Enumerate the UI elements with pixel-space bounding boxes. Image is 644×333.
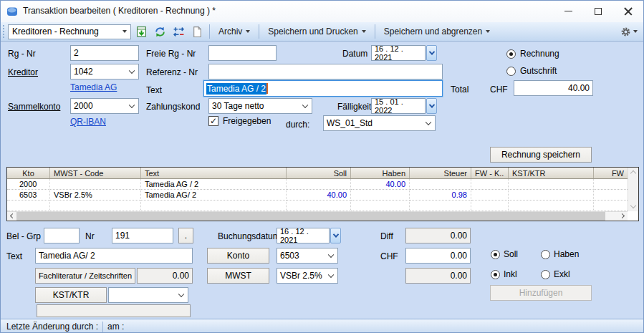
qr-iban-link[interactable]: QR-IBAN: [70, 117, 106, 127]
tax-amount-field: 0.00: [405, 268, 471, 284]
diff-value-field: 0.00: [405, 228, 471, 243]
haben-radio[interactable]: [541, 250, 550, 259]
durch-select[interactable]: WS_01_Std: [323, 115, 436, 131]
datum-label: Datum: [342, 49, 367, 59]
buchungsdatum-input[interactable]: 16 . 12 . 2021: [277, 228, 330, 243]
toolbar-grip[interactable]: [3, 25, 5, 38]
chevron-down-icon: [633, 30, 638, 33]
maximize-button[interactable]: [583, 1, 613, 21]
chevron-down-icon: [178, 291, 184, 297]
save-and-print-label: Speichern und Drucken: [268, 26, 357, 37]
hinzufuegen-button[interactable]: Hinzufügen: [490, 285, 592, 301]
kst-ktr-select[interactable]: [108, 287, 188, 303]
col-text[interactable]: Text: [141, 168, 287, 178]
transaction-type-combobox[interactable]: Kreditoren - Rechnung: [8, 24, 131, 39]
freigegeben-label: Freigegeben: [223, 116, 271, 126]
kst-ktr-button[interactable]: KST/KTR: [35, 287, 107, 303]
faelligkeit-input[interactable]: 15 . 01 . 2022: [371, 98, 426, 114]
table-row[interactable]: 2000 Tamedia AG / 2 40.00: [7, 179, 638, 190]
col-fw-k[interactable]: FW - K..: [471, 168, 509, 178]
faelligkeit-label: Fälligkeit: [337, 102, 371, 112]
nr-input[interactable]: 191: [112, 228, 173, 243]
sammelkonto-select[interactable]: 2000: [70, 98, 139, 114]
konto-select[interactable]: 6503: [277, 248, 338, 264]
archiv-menu-button[interactable]: Archiv: [213, 24, 255, 39]
status-bar: Letzte Änderung durch : am :: [1, 319, 643, 333]
new-document-button[interactable]: [188, 24, 206, 39]
datum-calendar-button[interactable]: [426, 45, 437, 61]
chevron-down-icon: [328, 252, 334, 258]
text-bottom-input[interactable]: Tamedia AG/ 2: [35, 248, 193, 264]
gutschrift-radio[interactable]: [506, 67, 516, 76]
minimize-button[interactable]: [553, 1, 583, 21]
kreditor-name-link[interactable]: Tamedia AG: [70, 82, 117, 92]
col-soll[interactable]: Soll: [287, 168, 351, 178]
inkl-radio[interactable]: [491, 270, 500, 279]
dot-button[interactable]: .: [178, 228, 193, 243]
freie-rg-nr-input[interactable]: [208, 45, 277, 61]
refresh-button[interactable]: [151, 24, 168, 39]
text-cursor: [266, 83, 268, 94]
zahlungskond-select[interactable]: 30 Tage netto: [208, 98, 312, 114]
col-kto[interactable]: Kto: [7, 168, 50, 178]
toolbar-separator: [259, 24, 259, 39]
rg-nr-input[interactable]: 2: [70, 45, 139, 61]
table-horizontal-scrollbar[interactable]: [7, 211, 628, 221]
faelligkeit-calendar-button[interactable]: [426, 98, 437, 114]
close-button[interactable]: [613, 1, 643, 21]
account-amount-field: 0.00: [137, 268, 193, 284]
chevron-down-icon: [328, 272, 334, 278]
save-and-print-menu-button[interactable]: Speichern und Drucken: [263, 24, 370, 39]
freigegeben-checkbox[interactable]: ✓: [208, 116, 218, 126]
chevron-down-icon: [302, 102, 308, 108]
freie-rg-nr-label: Freie Rg - Nr: [146, 49, 196, 59]
durch-label: durch:: [286, 120, 309, 130]
chevron-down-icon: [428, 102, 434, 107]
rechnung-speichern-button[interactable]: Rechnung speichern: [490, 147, 592, 163]
transaction-type-value: Kreditoren - Rechnung: [12, 26, 99, 37]
table-row[interactable]: 6503 VSBr 2.5% Tamedia AG/ 2 40.00 0.98: [7, 190, 638, 201]
chf-label: CHF: [380, 251, 398, 261]
haben-radio-label: Haben: [554, 249, 579, 259]
scroll-left-icon: [10, 213, 15, 218]
kreditor-select[interactable]: 1042: [70, 64, 139, 79]
col-steuer[interactable]: Steuer: [410, 168, 471, 178]
rg-nr-label: Rg - Nr: [8, 49, 36, 59]
total-input[interactable]: 40.00: [514, 80, 593, 96]
col-haben[interactable]: Haben: [351, 168, 410, 178]
table-vertical-scrollbar[interactable]: [628, 168, 638, 211]
new-document-icon: [191, 26, 203, 38]
import-button[interactable]: [133, 24, 150, 39]
referenz-nr-input[interactable]: [208, 64, 443, 79]
mwst-select[interactable]: VSBr 2.5%: [277, 268, 338, 284]
scroll-down-icon: [630, 203, 636, 208]
text-input[interactable]: Tamedia AG / 2: [203, 80, 443, 97]
chevron-down-icon: [129, 68, 135, 74]
refresh-icon: [154, 26, 166, 38]
chf-amount-input[interactable]: 0.00: [405, 248, 471, 264]
exkl-radio[interactable]: [541, 270, 550, 279]
buchungsdatum-calendar-button[interactable]: [330, 228, 341, 243]
col-mwst-code[interactable]: MWST - Code: [50, 168, 141, 178]
save-and-accrue-menu-button[interactable]: Speichern und abgrenzen: [379, 24, 495, 39]
bel-grp-input[interactable]: [44, 228, 80, 243]
datum-input[interactable]: 16 . 12 . 2021: [371, 45, 426, 61]
konto-button[interactable]: Konto: [207, 248, 269, 264]
col-kst-ktr[interactable]: KST/KTR: [509, 168, 594, 178]
text-label: Text: [146, 85, 162, 95]
close-icon: [624, 7, 633, 16]
toolbar-separator: [375, 24, 375, 39]
soll-radio[interactable]: [491, 250, 500, 259]
chevron-down-icon: [362, 30, 366, 33]
kreditor-label-link[interactable]: Kreditor: [8, 67, 38, 77]
referenz-nr-label: Referenz - Nr: [146, 67, 198, 77]
col-fw[interactable]: FW: [594, 168, 628, 178]
settings-menu-button[interactable]: [620, 26, 643, 37]
adjust-button[interactable]: [170, 24, 187, 39]
last-change-label: Letzte Änderung durch :: [6, 322, 98, 332]
rechnung-radio-label: Rechnung: [520, 49, 559, 59]
table-row-empty[interactable]: [7, 201, 638, 211]
mwst-button[interactable]: MWST: [207, 268, 269, 284]
sammelkonto-label-link[interactable]: Sammelkonto: [8, 102, 60, 112]
rechnung-radio[interactable]: [506, 49, 516, 59]
